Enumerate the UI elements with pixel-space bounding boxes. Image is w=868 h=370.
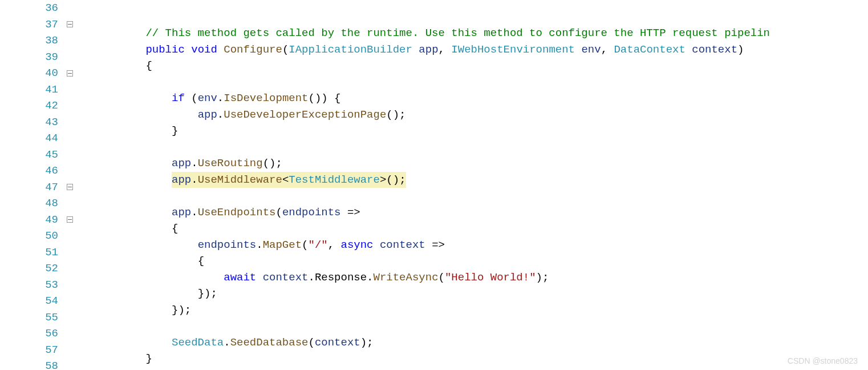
code-line-37[interactable]: public void Configure(IApplicationBuilde… [139,42,868,58]
fold-toggle[interactable] [63,70,76,77]
code-line-46[interactable] [139,188,868,204]
code-line-38[interactable]: { [139,58,868,74]
fold-toggle[interactable] [63,21,76,27]
code-line-57[interactable]: } [139,367,868,371]
highlighted-code: app.UseMiddleware<TestMiddleware>(); [172,172,406,188]
code-line-41[interactable]: app.UseDeveloperExceptionPage(); [139,107,868,123]
code-line-55[interactable]: SeedData.SeedDatabase(context); [139,335,868,351]
code-area[interactable]: // This method gets called by the runtim… [139,0,868,370]
fold-toggle[interactable] [63,184,76,190]
line-number: 52 [0,260,63,277]
code-line-40[interactable]: if (env.IsDevelopment()) { [139,90,868,107]
line-number: 41 [0,82,63,98]
line-number: 46 [0,163,63,179]
code-line-48[interactable]: { [139,220,868,237]
code-line-36[interactable]: // This method gets called by the runtim… [139,25,868,42]
line-number: 51 [0,244,63,261]
line-number: 44 [0,130,63,147]
code-line-56[interactable]: } [139,351,868,367]
watermark: CSDN @stone0823 [788,356,858,365]
line-number: 40 [0,65,63,82]
minus-icon [67,184,73,190]
minus-icon [67,70,73,77]
line-number: 55 [0,309,63,326]
code-line-51[interactable]: await context.Response.WriteAsync("Hello… [139,270,868,286]
fold-toggle[interactable] [63,216,76,223]
code-line-43[interactable] [139,139,868,156]
line-number: 45 [0,147,63,163]
minus-icon [67,216,73,223]
line-number: 56 [0,325,63,342]
line-number: 50 [0,228,63,244]
line-number: 36 [0,0,63,17]
code-line-49[interactable]: endpoints.MapGet("/", async context => [139,237,868,254]
line-number: 48 [0,195,63,212]
code-line-42[interactable]: } [139,123,868,139]
line-number: 38 [0,33,63,49]
line-number: 42 [0,98,63,114]
code-line-54[interactable] [139,318,868,335]
code-line-44[interactable]: app.UseRouting(); [139,155,868,172]
code-line-39[interactable] [139,74,868,91]
code-line-53[interactable]: }); [139,302,868,319]
line-number: 53 [0,277,63,293]
code-editor[interactable]: 36 37 38 39 40 41 42 43 44 45 46 47 48 4… [0,0,868,370]
line-number: 49 [0,212,63,228]
code-line-50[interactable]: { [139,253,868,270]
code-line-52[interactable]: }); [139,285,868,302]
line-number: 57 [0,342,63,359]
line-number: 39 [0,49,63,66]
code-line-47[interactable]: app.UseEndpoints(endpoints => [139,204,868,221]
line-number: 58 [0,358,63,370]
line-number: 43 [0,114,63,131]
line-number: 37 [0,17,63,33]
minus-icon [67,21,73,27]
line-number: 54 [0,293,63,309]
gutter: 36 37 38 39 40 41 42 43 44 45 46 47 48 4… [0,0,139,370]
code-line-45[interactable]: app.UseMiddleware<TestMiddleware>(); [139,172,868,188]
line-number: 47 [0,179,63,196]
